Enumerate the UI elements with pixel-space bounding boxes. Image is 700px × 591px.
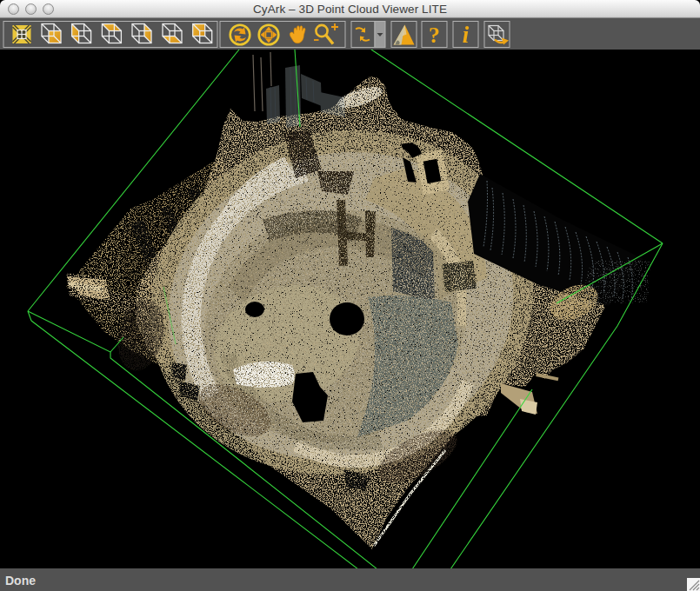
- svg-text:?: ?: [429, 23, 440, 48]
- svg-text:i: i: [463, 22, 470, 48]
